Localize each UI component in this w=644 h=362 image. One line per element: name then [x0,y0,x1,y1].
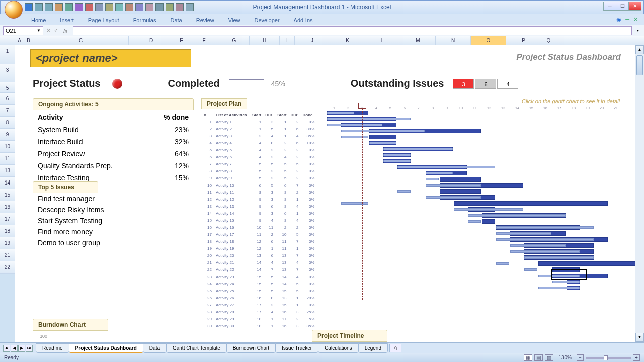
zoom-in-button[interactable]: + [633,354,640,361]
minimize-button[interactable]: ─ [603,2,616,11]
new-sheet-icon[interactable]: ⎙ [389,344,401,352]
qat-icon[interactable] [75,3,83,11]
project-name-cell[interactable]: <project name> [30,49,191,67]
scroll-thumb[interactable] [636,55,643,75]
qat-icon[interactable] [85,3,93,11]
gantt-panel[interactable]: Project Plan Click on the gantt chart to… [201,98,630,330]
qat-icon[interactable] [65,3,73,11]
tab-next-icon[interactable]: ▶ [18,345,25,352]
row-header-16[interactable]: 16 [0,201,15,213]
row-header-8[interactable]: 8 [0,117,15,129]
enter-icon[interactable]: ✓ [54,27,58,34]
col-header-L[interactable]: L [365,36,400,45]
workbook-close-icon[interactable]: ✕ [633,16,638,23]
row-header-15[interactable]: 15 [0,189,15,201]
sheet-tab-calculations[interactable]: Calculations [318,343,358,353]
col-header-J[interactable]: J [295,36,330,45]
help-icon[interactable]: ◉ [616,16,621,23]
col-header-G[interactable]: G [219,36,250,45]
qat-icon[interactable] [55,3,63,11]
tab-last-icon[interactable]: ⏭ [26,345,33,352]
fx-icon[interactable]: fx [61,28,70,34]
col-header-C[interactable]: C [33,36,129,45]
view-layout-icon[interactable]: ▤ [534,354,543,361]
row-headers[interactable]: 13567891011131415161718192122 [0,45,15,274]
gantt-bar-actual [426,172,453,174]
row-header-3[interactable]: 3 [0,64,15,82]
qat-icon[interactable] [176,3,184,11]
row-header-9[interactable]: 9 [0,129,15,141]
row-header-21[interactable]: 21 [0,249,15,261]
sheet-tab-read-me[interactable]: Read me [36,343,69,353]
zoom-pct[interactable]: 130% [558,355,572,360]
col-header-A[interactable]: A [15,36,24,45]
qat-icon[interactable] [145,3,153,11]
row-header-18[interactable]: 18 [0,225,15,237]
view-pagebreak-icon[interactable]: ▩ [545,354,553,361]
row-header-19[interactable]: 19 [0,237,15,249]
qat-icon[interactable] [105,3,113,11]
col-header-E[interactable]: E [174,36,189,45]
qat-icon[interactable] [155,3,164,11]
zoom-slider[interactable] [586,357,631,359]
row-header-7[interactable]: 7 [0,105,15,117]
col-header-D[interactable]: D [129,36,174,45]
row-header-13[interactable]: 13 [0,165,15,177]
cancel-icon[interactable]: ✕ [46,27,51,34]
vertical-scrollbar[interactable]: ▲ ▼ [635,45,644,342]
tab-prev-icon[interactable]: ◀ [11,345,18,352]
col-header-K[interactable]: K [330,36,365,45]
col-header-O[interactable]: O [471,36,506,45]
qat-icon[interactable] [135,3,143,11]
col-header-I[interactable]: I [280,36,295,45]
row-header-10[interactable]: 10 [0,141,15,153]
sheet-tab-data[interactable]: Data [143,343,167,353]
row-header-6[interactable]: 6 [0,93,15,105]
qat-icon[interactable] [166,3,174,11]
ribbon-tab-view[interactable]: View [221,16,248,25]
col-header-Q[interactable]: Q [541,36,556,45]
col-header-M[interactable]: M [400,36,436,45]
name-box[interactable]: O21▼ [3,26,43,35]
view-normal-icon[interactable]: ▦ [524,354,532,361]
select-all-corner[interactable] [0,36,15,45]
row-header-11[interactable]: 11 [0,153,15,165]
redo-icon[interactable] [45,3,53,11]
row-header-22[interactable]: 22 [0,261,15,274]
row-header-17[interactable]: 17 [0,213,15,225]
scroll-up-button[interactable]: ▲ [635,45,644,54]
row-header-5[interactable]: 5 [0,82,15,93]
qat-icon[interactable] [125,3,133,11]
ribbon-tab-developer[interactable]: Developer [247,16,286,25]
ribbon-minimize-icon[interactable]: ─ [625,16,629,23]
qat-icon[interactable] [95,3,103,11]
qat-icon[interactable] [115,3,123,11]
sheet-tab-legend[interactable]: Legend [358,343,388,353]
qat-icon[interactable] [186,3,194,11]
gantt-hint: Click on the gantt chart to see it in de… [522,98,620,104]
col-header-H[interactable]: H [250,36,280,45]
zoom-out-button[interactable]: − [577,354,584,361]
col-header-N[interactable]: N [436,36,471,45]
save-icon[interactable] [25,3,33,11]
scroll-down-button[interactable]: ▼ [635,333,644,342]
sheet-tab-burndown-chart[interactable]: Burndown Chart [226,343,276,353]
col-header-P[interactable]: P [506,36,541,45]
close-button[interactable]: ✕ [628,2,641,11]
col-header-F[interactable]: F [189,36,219,45]
worksheet[interactable]: <project name> Project Status Dashboard … [15,45,635,348]
formula-input[interactable] [73,26,632,35]
undo-icon[interactable] [35,3,43,11]
ribbon-tab-add-ins[interactable]: Add-Ins [287,16,320,25]
tab-first-icon[interactable]: ⏮ [3,345,10,352]
maximize-button[interactable]: ☐ [616,2,629,11]
office-button[interactable] [5,1,23,19]
row-header-14[interactable]: 14 [0,177,15,189]
expand-fbar-icon[interactable]: ▾ [635,28,641,33]
sheet-tab-project-status-dashboard[interactable]: Project Status Dashboard [69,343,143,353]
column-headers[interactable]: ABCDEFGHIJKLMNOPQ [0,36,644,45]
col-header-B[interactable]: B [24,36,33,45]
row-header-1[interactable]: 1 [0,45,15,64]
sheet-tab-issue-tracker[interactable]: Issue Tracker [275,343,318,353]
sheet-tab-gantt-chart-template[interactable]: Gantt Chart Template [166,343,227,353]
